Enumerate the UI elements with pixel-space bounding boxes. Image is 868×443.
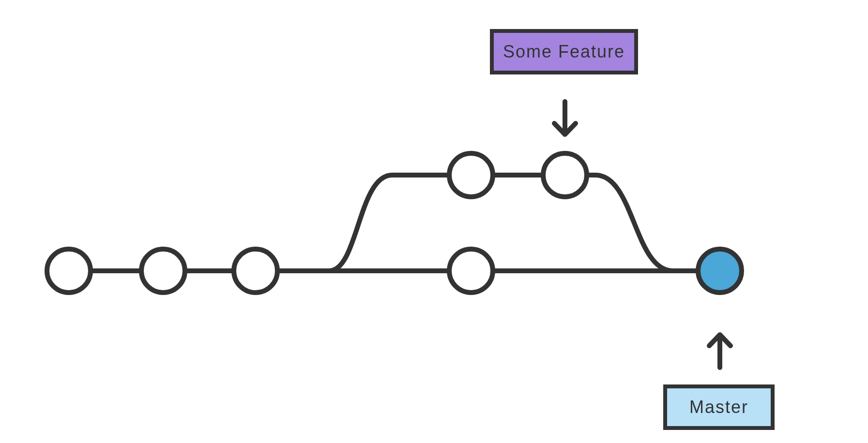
arrow-up-icon bbox=[709, 335, 731, 368]
commit-node bbox=[449, 153, 493, 197]
feature-branch-label: Some Feature bbox=[490, 29, 638, 74]
master-branch-label: Master bbox=[663, 384, 775, 430]
merge-commit-node bbox=[698, 249, 742, 293]
commit-node bbox=[449, 249, 493, 293]
feature-branch-path bbox=[329, 175, 673, 271]
arrow-down-icon bbox=[554, 102, 576, 134]
master-label-text: Master bbox=[689, 397, 748, 417]
commit-node bbox=[141, 249, 185, 293]
commit-node bbox=[47, 249, 91, 293]
commit-node bbox=[543, 153, 587, 197]
diagram-svg bbox=[0, 0, 868, 443]
feature-label-text: Some Feature bbox=[503, 42, 625, 62]
commit-node bbox=[234, 249, 277, 293]
git-branch-diagram: Some Feature Master bbox=[0, 0, 868, 443]
